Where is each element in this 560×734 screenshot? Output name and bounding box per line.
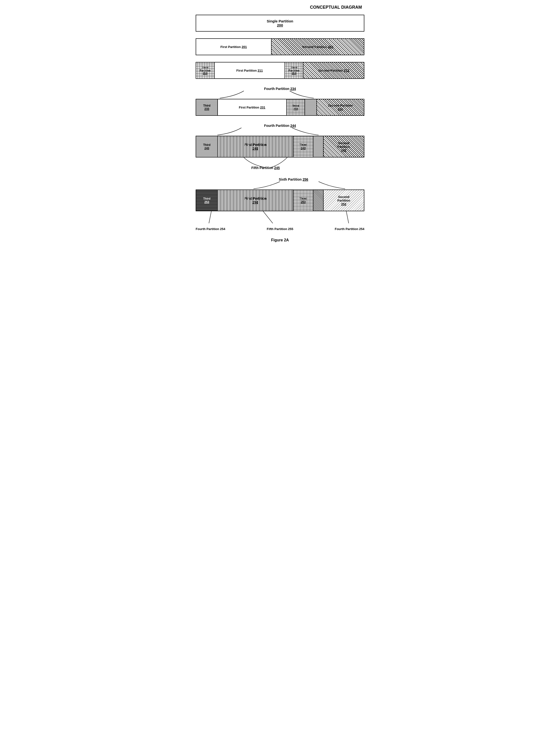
single-partition-200: Single Partition 200: [196, 15, 364, 32]
second-partition-252: SecondPartition252: [324, 190, 364, 211]
fourth-partition-254-right-label: Fourth Partition 254: [335, 227, 364, 231]
below-labels-row5: Fourth Partition 254 Fifth Partition 255…: [196, 227, 364, 231]
curve-fifth-mid: [263, 211, 273, 223]
first-partition-231: First Partition 231: [218, 99, 287, 115]
third-253-right: Third253: [293, 190, 314, 211]
fourth-partition-254-left-label: Fourth Partition 254: [196, 227, 225, 231]
page-title: CONCEPTUAL DIAGRAM: [196, 5, 362, 10]
curve-sixth-right: [319, 181, 345, 189]
third-243-right: Third243: [293, 136, 314, 157]
partition-row-5: Third253 First Partition251 Third253 Sec…: [196, 189, 364, 211]
annotation-svg-row3: Fourth Partition 234: [196, 86, 364, 99]
third-233-right: Third233: [287, 99, 305, 115]
second-partition-202: Second Partition 202: [272, 39, 364, 55]
third-233-left: Third233: [196, 99, 218, 115]
first-partition-201: First Partition 201: [196, 39, 272, 55]
section-row4: Fourth Partition 244 Third243 First Part…: [196, 122, 364, 169]
section-row3: Fourth Partition 234 Third233 First Part…: [196, 86, 364, 116]
single-partition-label: Single Partition 200: [267, 19, 293, 27]
section-row2: ThirdPartition213 First Partition 211 Th…: [196, 62, 364, 79]
annotation-svg-row4-above: Fourth Partition 244: [196, 122, 364, 136]
first-partition-241: First Partition241: [218, 136, 293, 157]
partition-row-3: Third233 First Partition 231 Third233 Se…: [196, 99, 364, 116]
section-row0: Single Partition 200: [196, 15, 364, 32]
curve-fourth-left: [209, 211, 211, 223]
partition-row-1: First Partition 201 Second Partition 202: [196, 38, 364, 55]
section-row1: First Partition 201 Second Partition 202: [196, 38, 364, 55]
curve-right-row4: [292, 128, 319, 135]
partition-row-4: Third243 First Partition241 Third243 Sec…: [196, 136, 364, 157]
third-partition-213-right: ThirdPartition213: [285, 62, 304, 78]
sixth-partition-256-label: Sixth Partition 256: [279, 177, 308, 181]
fifth-partition-245-label: Fifth Partition 245: [251, 166, 280, 170]
third-253-left: Third253: [196, 190, 218, 211]
fifth-partition-255-label: Fifth Partition 255: [267, 227, 293, 231]
annotation-row5-above: Sixth Partition 256: [196, 176, 364, 189]
fourth-partition-234-label: Fourth Partition 234: [264, 87, 296, 91]
first-partition-251: First Partition251: [218, 190, 293, 211]
figure-caption: Figure 2A: [196, 238, 364, 242]
annotation-row4-below: Fifth Partition 245: [196, 157, 364, 169]
curve-right-row3: [290, 91, 314, 98]
annotation-row4-above: Fourth Partition 244: [196, 122, 364, 136]
annotation-row3: Fourth Partition 234: [196, 86, 364, 99]
curve-left-row4: [217, 128, 241, 135]
annotation-svg-row5-above: Sixth Partition 256: [196, 176, 364, 189]
fourth-partition-244-label: Fourth Partition 244: [264, 124, 296, 127]
curve-sixth-left: [253, 181, 280, 189]
curve-left-row3: [220, 91, 244, 98]
second-partition-212: Second Partition 212: [303, 62, 364, 78]
annotation-svg-row5-below: [196, 211, 364, 226]
annotation-svg-row4-below: Fifth Partition 245: [196, 157, 364, 169]
first-partition-211: First Partition 211: [215, 62, 285, 78]
second-partition-242: SecondPartition242: [324, 136, 364, 157]
curve-fourth-right: [346, 211, 349, 223]
partition-row-2: ThirdPartition213 First Partition 211 Th…: [196, 62, 364, 79]
third-243-left: Third243: [196, 136, 218, 157]
second-partition-232: Second Partition232: [317, 99, 364, 115]
annotation-row5-below: [196, 211, 364, 226]
section-row5: Sixth Partition 256 Third253 First Parti…: [196, 176, 364, 231]
third-partition-213-left: ThirdPartition213: [196, 62, 215, 78]
